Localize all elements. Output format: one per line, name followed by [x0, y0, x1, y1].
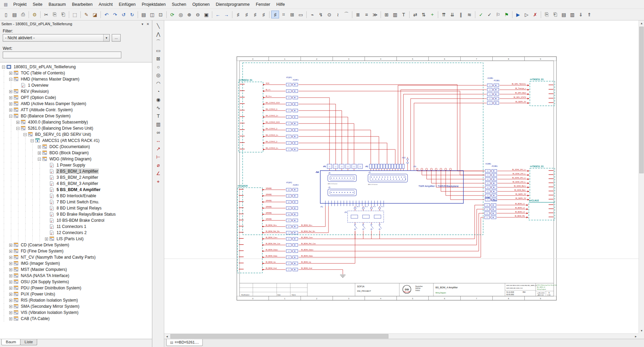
page-forward-icon[interactable]: →: [223, 11, 230, 18]
tree-item-wdg-wiring-diagram[interactable]: −WDG (Wiring Diagram): [0, 156, 152, 162]
scroll-up-icon[interactable]: ▲: [639, 20, 644, 26]
panel-menu-icon[interactable]: ▾: [140, 21, 145, 26]
parts-list-icon[interactable]: ▥: [391, 11, 399, 18]
cut-icon[interactable]: ✂: [42, 11, 50, 18]
expander-plus-icon[interactable]: +: [9, 109, 12, 112]
expander-minus-icon[interactable]: −: [16, 127, 19, 130]
menu-einf-gen[interactable]: Einfügen: [116, 1, 139, 8]
check-project-icon[interactable]: ✓: [477, 11, 485, 18]
tree-item-opt-option-code[interactable]: +OPT (Option Code): [0, 95, 152, 101]
insert-hyperlink-icon[interactable]: ∞: [154, 128, 163, 136]
dim-oblique-icon[interactable]: ↗: [154, 145, 163, 153]
menu-seite[interactable]: Seite: [30, 1, 46, 8]
page-back-icon[interactable]: ←: [214, 11, 222, 18]
tree-item-amccs1-aft-mccs-rack-1[interactable]: −AMCCS1 (Aft MCCS RACK #1): [0, 138, 152, 144]
scroll-down-icon[interactable]: ▼: [639, 328, 644, 333]
check-page-icon[interactable]: ✓: [486, 11, 493, 18]
insert-symbol-icon[interactable]: ♯: [234, 11, 242, 18]
draw-sector-icon[interactable]: ◔: [154, 87, 163, 96]
new-function-icon[interactable]: ＋: [428, 11, 436, 18]
undo-icon[interactable]: ↶: [103, 11, 110, 18]
edit-terminals-icon[interactable]: ⇄: [411, 11, 419, 18]
insert-window-macro-icon[interactable]: ◫: [148, 11, 156, 18]
evaluation-icon[interactable]: ≣: [354, 11, 362, 18]
tree-item-osu-oil-supply-systems[interactable]: +OSU (Oil Supply Systems): [0, 279, 152, 285]
panel-close-icon[interactable]: ✕: [145, 21, 151, 26]
insert-text-icon[interactable]: T: [400, 11, 408, 18]
expander-minus-icon[interactable]: −: [31, 139, 34, 142]
tree-item-bdg-block-diagram[interactable]: +BDG (Block Diagram): [0, 150, 152, 156]
draw-spline-icon[interactable]: ∿: [154, 104, 163, 112]
dim-angle-icon[interactable]: ∠: [154, 169, 163, 177]
dim-radius-icon[interactable]: ⌀: [154, 161, 163, 169]
potential-point-icon[interactable]: ↯: [317, 11, 325, 18]
horizontal-scrollbar[interactable]: ◄ ►: [164, 333, 639, 339]
dim-linear-icon[interactable]: ↔: [154, 136, 163, 145]
expander-plus-icon[interactable]: +: [9, 311, 12, 314]
insert-box-icon[interactable]: ▭: [297, 11, 305, 18]
menu-suchen[interactable]: Suchen: [169, 1, 189, 8]
expander-plus-icon[interactable]: +: [9, 274, 12, 277]
draw-polyline-icon[interactable]: ⋀: [154, 30, 163, 38]
zoom-in-icon[interactable]: ⊕: [185, 11, 193, 18]
zoom-page-icon[interactable]: ▣: [202, 11, 210, 18]
clipboard-view-icon[interactable]: ▤: [560, 11, 568, 18]
tree-item-bd-serv-01-bd-serv-unit[interactable]: −BD_SERV_01 (BD SERV Unit): [0, 131, 152, 138]
expander-plus-icon[interactable]: +: [9, 96, 12, 99]
redraw-screen-icon[interactable]: ⟳: [168, 11, 176, 18]
insert-page-macro-icon[interactable]: ▤: [140, 11, 148, 18]
tree-item-bd-balance-drive-system[interactable]: −BD (Balance Drive System): [0, 113, 152, 119]
draw-circle-icon[interactable]: ○: [154, 63, 163, 71]
tree-item-5-bs-bdm-4-amplifier[interactable]: 5 BS_BDM_4 Amplifier: [0, 187, 152, 193]
expander-plus-icon[interactable]: +: [45, 237, 48, 241]
schematic-canvas[interactable]: 00112233445566778899==TASCU_01==CLAU4==T…: [164, 20, 639, 333]
paste-icon[interactable]: ⎗: [59, 11, 67, 18]
import-data-icon[interactable]: ⇓: [577, 11, 585, 18]
expander-plus-icon[interactable]: +: [9, 262, 12, 265]
undo-history-icon[interactable]: ↺: [120, 11, 127, 18]
connection-point-icon[interactable]: ⊙: [325, 11, 333, 18]
redo-icon[interactable]: ↷: [111, 11, 119, 18]
tree-item-11-connectors-1[interactable]: 11 Connectors 1: [0, 223, 152, 230]
expander-plus-icon[interactable]: +: [9, 244, 12, 247]
eraser-icon[interactable]: ◪: [91, 11, 99, 18]
horizontal-scroll-thumb[interactable]: [170, 334, 388, 338]
tree-item-3-bs-bdm-2-amplifier[interactable]: 3 BS_BDM_2 Amplifier: [0, 174, 152, 180]
expander-minus-icon[interactable]: −: [2, 66, 5, 69]
filter-browse-button[interactable]: ...: [112, 34, 121, 42]
print-icon[interactable]: ⎙: [19, 11, 27, 18]
insert-device-multi-icon[interactable]: ♯: [260, 11, 267, 18]
redo-history-icon[interactable]: ↻: [128, 11, 136, 18]
tree-item-toc-table-of-contents[interactable]: +TOC (Table of Contents): [0, 70, 152, 76]
cable-definition-icon[interactable]: ≀: [334, 11, 342, 18]
expander-plus-icon[interactable]: +: [9, 317, 12, 320]
expander-minus-icon[interactable]: −: [38, 158, 41, 161]
expander-plus-icon[interactable]: +: [9, 102, 12, 105]
export-data-icon[interactable]: ⇑: [585, 11, 593, 18]
tree-item-9-bd-brake-relays-brake-status[interactable]: 9 BD Brake Relays/Brake Status: [0, 211, 152, 217]
vertical-scroll-thumb[interactable]: [639, 27, 644, 173]
wert-input[interactable]: [3, 52, 121, 58]
tree-item-nasa-nasa-ta-interface[interactable]: +NASA (NASA TA Interface): [0, 273, 152, 279]
tree-item-10-bs-bdm-brake-control[interactable]: 10 BS-BDM Brake Control: [0, 217, 152, 223]
expander-plus-icon[interactable]: +: [38, 151, 41, 155]
menu-bearbeiten[interactable]: Bearbeiten: [69, 1, 95, 8]
tree-item-cd-coarse-drive-system[interactable]: +CD (Coarse Drive System): [0, 242, 152, 248]
tree-item-7-bd-limit-switch-emu[interactable]: 7 BD Limit Switch Emu.: [0, 199, 152, 205]
insert-symbol-multi-icon[interactable]: ♯: [243, 11, 250, 18]
tree-item-lis-parts-list[interactable]: +LIS (Parts List): [0, 236, 152, 242]
menu-optionen[interactable]: Optionen: [189, 1, 213, 8]
menu-projektdaten[interactable]: Projektdaten: [139, 1, 169, 8]
tree-item-8-bd-limit-signal-relays[interactable]: 8 BD Limit Signal Relays: [0, 205, 152, 211]
tree-item-2-bs-bdm-1-amplifier[interactable]: 2 BS_BDM_1 Amplifier: [0, 168, 152, 174]
tree-item-doc-documentation[interactable]: +DOC (Documentation): [0, 144, 152, 150]
align-tools-icon[interactable]: ∥: [457, 11, 465, 18]
tree-item-nt-cv-nasmyth-tube-and-cavity-parts[interactable]: +NT_CV (Nasmyth Tube and Cavity Parts): [0, 254, 152, 260]
tree-item-img-imager-system[interactable]: +IMG (Imager System): [0, 260, 152, 266]
tree-item-hmd-harness-master-diagram[interactable]: −HMD (Harness Master Diagram): [0, 76, 152, 82]
interruption-point-icon[interactable]: ⌁: [308, 11, 316, 18]
tree-item-12-connectors-2[interactable]: 12 Connectors 2: [0, 230, 152, 236]
panel-tab-liste[interactable]: Liste: [20, 339, 37, 345]
update-reports-icon[interactable]: ≫: [371, 11, 379, 18]
format-painter-icon[interactable]: ✎: [82, 11, 90, 18]
